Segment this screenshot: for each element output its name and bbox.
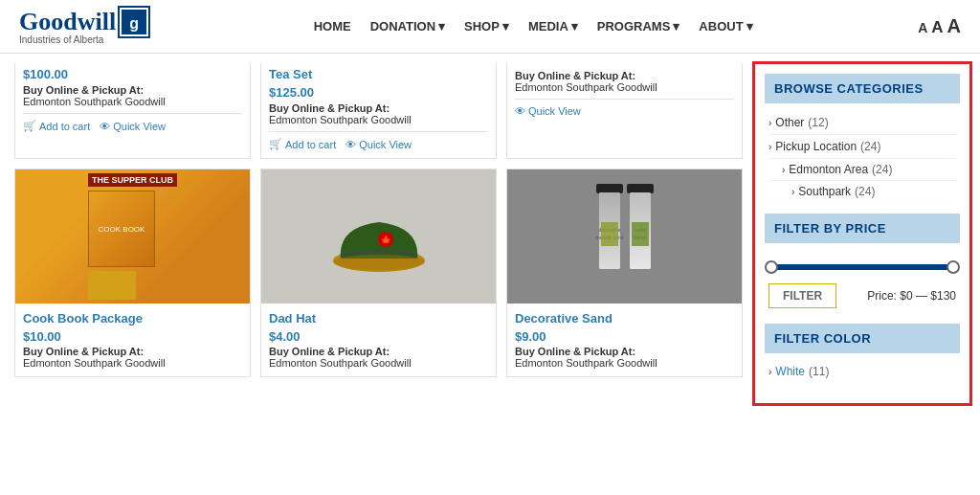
product-pickup-hat: Buy Online & Pickup At: Edmonton Southpa…	[269, 346, 488, 369]
top-pickup-2: Buy Online & Pickup At: Edmonton Southpa…	[269, 102, 488, 125]
product-pickup-sand: Buy Online & Pickup At: Edmonton Southpa…	[515, 346, 734, 369]
quick-view-top-1[interactable]: 👁 Quick View	[100, 120, 166, 132]
product-title-sand: Decorative Sand	[515, 311, 734, 326]
logo-icon: g	[120, 8, 148, 36]
nav-home[interactable]: HOME	[314, 19, 351, 34]
quick-view-top-2[interactable]: 👁 Quick View	[345, 138, 412, 150]
top-price-1: $100.00	[23, 67, 242, 81]
category-link-southpark[interactable]: Southpark	[798, 185, 851, 198]
svg-rect-15	[632, 222, 649, 246]
product-info-sand: Decorative Sand $9.00 Buy Online & Picku…	[507, 304, 742, 376]
price-slider-thumb-min[interactable]	[765, 260, 778, 274]
svg-rect-14	[601, 222, 618, 246]
chevron-down-icon: ▾	[746, 19, 753, 34]
filter-button[interactable]: FILTER	[768, 283, 836, 308]
browse-categories-header: BROWSE CATEGORIES	[765, 74, 960, 103]
category-item-edmonton: › Edmonton Area (24)	[768, 159, 956, 181]
color-item-white: › White (11)	[765, 361, 960, 382]
chevron-down-icon: ▾	[673, 19, 679, 34]
category-link-pickup[interactable]: Pickup Location	[775, 140, 857, 153]
add-to-cart-top-1[interactable]: 🛒 Add to cart	[23, 120, 90, 132]
filter-price-section: FILTER BY PRICE FILTER Price: $0 — $130	[765, 214, 960, 312]
category-count-other: (12)	[808, 116, 828, 129]
chevron-icon: ›	[782, 165, 785, 175]
nav-donation[interactable]: DONATION ▾	[370, 19, 445, 34]
product-title-hat: Dad Hat	[269, 311, 488, 326]
category-link-edmonton[interactable]: Edmonton Area	[789, 163, 868, 176]
svg-point-3	[333, 255, 425, 270]
font-size-large[interactable]: A	[947, 15, 961, 37]
quick-view-top-3[interactable]: 👁 Quick View	[515, 105, 581, 117]
eye-icon: 👁	[100, 121, 110, 132]
product-image-sand: decorative metallic sand sable	[507, 169, 742, 304]
product-card-hat: 🍁 Dad Hat $4.00 Buy Online & Pickup At: …	[260, 169, 497, 377]
add-to-cart-top-2[interactable]: 🛒 Add to cart	[269, 138, 336, 150]
chevron-down-icon: ▾	[438, 19, 445, 34]
price-slider-thumb-max[interactable]	[947, 260, 960, 274]
chevron-icon: ›	[768, 118, 771, 128]
cart-icon: 🛒	[269, 138, 282, 150]
svg-text:🍁: 🍁	[380, 234, 392, 246]
category-item-southpark: › Southpark (24)	[768, 181, 956, 202]
price-filter: FILTER Price: $0 — $130	[765, 251, 960, 312]
top-price-2: $125.00	[269, 85, 488, 100]
price-controls: FILTER Price: $0 — $130	[768, 283, 956, 308]
top-products-row: $100.00 Buy Online & Pickup At: Edmonton…	[14, 63, 743, 159]
product-card-top-1: $100.00 Buy Online & Pickup At: Edmonton…	[14, 63, 251, 159]
price-slider-fill	[768, 264, 956, 270]
filter-color-section: FILTER COLOR › White (11)	[765, 324, 960, 382]
product-price-hat: $4.00	[269, 329, 488, 344]
product-card-top-2: Tea Set $125.00 Buy Online & Pickup At: …	[260, 63, 497, 159]
top-pickup-1: Buy Online & Pickup At: Edmonton Southpa…	[23, 84, 242, 107]
category-link-other[interactable]: Other	[775, 116, 804, 129]
nav-about[interactable]: ABOUT ▾	[699, 19, 752, 34]
product-price-book: $10.00	[23, 329, 242, 344]
eye-icon: 👁	[515, 105, 525, 117]
top-pickup-3: Buy Online & Pickup At: Edmonton Southpa…	[515, 70, 734, 93]
product-card-top-3: Buy Online & Pickup At: Edmonton Southpa…	[506, 63, 743, 159]
filter-color-header: FILTER COLOR	[765, 324, 960, 353]
chevron-down-icon: ▾	[571, 19, 578, 34]
category-item-pickup: › Pickup Location (24)	[768, 135, 956, 159]
logo-area: Goodwill g Industries of Alberta	[19, 8, 148, 45]
nav-shop[interactable]: SHOP ▾	[464, 19, 509, 34]
top-title-2: Tea Set	[269, 67, 488, 81]
chevron-icon: ›	[791, 187, 794, 197]
chevron-down-icon: ▾	[502, 19, 509, 34]
chevron-icon: ›	[768, 142, 771, 152]
category-item-other: › Other (12)	[768, 111, 956, 135]
products-grid: THE SUPPER CLUB COOK BOOK Cook Book Pack…	[14, 169, 743, 377]
price-range-display: Price: $0 — $130	[867, 289, 956, 303]
product-title-book: Cook Book Package	[23, 311, 242, 326]
category-list: › Other (12) › Pickup Location (24) › Ed…	[765, 111, 960, 202]
filter-price-header: FILTER BY PRICE	[765, 214, 960, 243]
color-link-white[interactable]: White	[775, 365, 805, 378]
product-pickup-book: Buy Online & Pickup At: Edmonton Southpa…	[23, 346, 242, 369]
color-count-white: (11)	[809, 365, 829, 378]
price-slider-track	[768, 264, 956, 270]
main-container: $100.00 Buy Online & Pickup At: Edmonton…	[0, 54, 980, 414]
product-image-book: THE SUPPER CLUB COOK BOOK	[15, 169, 250, 304]
category-count-pickup: (24)	[860, 140, 880, 153]
font-size-medium[interactable]: A	[931, 18, 943, 37]
browse-categories-section: BROWSE CATEGORIES › Other (12) › Pickup …	[765, 74, 960, 202]
category-count-edmonton: (24)	[872, 163, 892, 176]
nav-media[interactable]: MEDIA ▾	[528, 19, 578, 34]
font-size-controls: A A A	[918, 15, 961, 37]
font-size-small[interactable]: A	[918, 20, 927, 35]
chevron-icon: ›	[768, 367, 771, 377]
svg-rect-9	[627, 184, 654, 193]
sidebar: BROWSE CATEGORIES › Other (12) › Pickup …	[752, 61, 972, 406]
nav-programs[interactable]: PROGRAMS ▾	[597, 19, 680, 34]
product-price-sand: $9.00	[515, 329, 734, 344]
category-count-southpark: (24)	[855, 185, 875, 198]
eye-icon: 👁	[345, 139, 356, 150]
product-image-hat: 🍁	[261, 169, 496, 304]
cart-icon: 🛒	[23, 120, 36, 132]
svg-rect-4	[596, 184, 623, 193]
product-info-hat: Dad Hat $4.00 Buy Online & Pickup At: Ed…	[261, 304, 496, 376]
logo-text: Goodwill	[19, 8, 116, 36]
product-card-book: THE SUPPER CLUB COOK BOOK Cook Book Pack…	[14, 169, 251, 377]
main-nav: HOME DONATION ▾ SHOP ▾ MEDIA ▾ PROGRAMS …	[314, 19, 753, 34]
product-info-book: Cook Book Package $10.00 Buy Online & Pi…	[15, 304, 250, 376]
